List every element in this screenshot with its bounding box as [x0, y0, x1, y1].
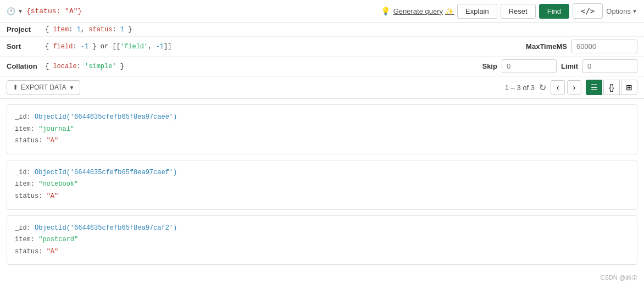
project-label: Project — [7, 25, 45, 34]
view-buttons: ☰ {} ⊞ — [586, 80, 637, 95]
project-value: { item: 1, status: 1 } — [45, 26, 637, 34]
next-button[interactable]: › — [567, 80, 581, 95]
doc1-status-field: status: "A" — [15, 135, 629, 147]
prev-button[interactable]: ‹ — [551, 80, 565, 95]
options-button[interactable]: Options ▼ — [606, 7, 637, 15]
document-card: _id: ObjectId('6644635cfefb65f8ea97caf2'… — [7, 215, 637, 265]
doc3-item-field: item: "postcard" — [15, 234, 629, 246]
collation-label: Collation — [7, 62, 45, 70]
doc3-status-field: status: "A" — [15, 246, 629, 258]
options-dropdown-icon: ▼ — [632, 8, 637, 14]
query-fields: Project { item: 1, status: 1 } Sort { fi… — [0, 23, 644, 76]
filter-query-display: {status: "A"} — [26, 7, 82, 15]
results-container: _id: ObjectId('6644635cfefb65f8ea97caee'… — [0, 104, 644, 265]
limit-input[interactable] — [582, 59, 637, 73]
export-data-button[interactable]: ⬆ EXPORT DATA ▼ — [7, 80, 80, 95]
options-label: Options — [606, 7, 631, 15]
export-icon: ⬆ — [13, 84, 18, 91]
skip-limit-controls: Skip Limit — [482, 59, 637, 73]
document-card: _id: ObjectId('6644635cfefb65f8ea97caef'… — [7, 160, 637, 210]
skip-label: Skip — [482, 62, 497, 70]
maxtimems-input[interactable] — [571, 40, 637, 53]
collation-skip-row: Collation { locale: 'simple' } Skip Limi… — [0, 57, 644, 76]
project-row: Project { item: 1, status: 1 } — [0, 23, 644, 37]
explain-button[interactable]: Explain — [457, 4, 497, 19]
results-info: 1 – 3 of 3 ↻ ‹ › ☰ {} ⊞ — [505, 80, 637, 95]
list-view-button[interactable]: ☰ — [586, 80, 602, 95]
export-dropdown-icon: ▼ — [69, 85, 74, 91]
clock-icon: 🕐 — [7, 7, 15, 15]
toolbar: 🕐 ▼ {status: "A"} 💡 Generate query ✨ Exp… — [0, 0, 644, 23]
table-view-button[interactable]: ⊞ — [621, 80, 637, 95]
generate-query-button[interactable]: Generate query ✨ — [393, 7, 454, 15]
maxtimems-label: MaxTimeMS — [526, 42, 567, 51]
bulb-icon: 💡 — [381, 7, 390, 15]
nav-buttons: ‹ › — [551, 80, 581, 95]
collation-value: { locale: 'simple' } — [45, 63, 482, 70]
filter-section: 🕐 ▼ {status: "A"} — [7, 7, 376, 15]
export-label: EXPORT DATA — [21, 84, 66, 91]
doc3-id-field: _id: ObjectId('6644635cfefb65f8ea97caf2'… — [15, 223, 629, 235]
doc1-item-field: item: "journal" — [15, 124, 629, 136]
doc2-status-field: status: "A" — [15, 191, 629, 203]
reset-button[interactable]: Reset — [501, 4, 536, 19]
clock-dropdown-icon: ▼ — [18, 8, 23, 14]
watermark: CSDN @易尘 — [0, 270, 644, 285]
limit-label: Limit — [561, 62, 578, 70]
skip-input[interactable] — [502, 59, 557, 73]
doc1-id-field: _id: ObjectId('6644635cfefb65f8ea97caee'… — [15, 112, 629, 124]
json-view-button[interactable]: {} — [603, 80, 620, 95]
refresh-button[interactable]: ↻ — [539, 82, 546, 93]
sort-value: { field: -1 } or [['field', -1]] — [45, 43, 526, 51]
find-button[interactable]: Find — [539, 4, 569, 19]
results-count: 1 – 3 of 3 — [505, 84, 535, 92]
code-view-button[interactable]: </> — [573, 3, 603, 19]
maxtimems-controls: MaxTimeMS — [526, 40, 637, 53]
toolbar-right: 💡 Generate query ✨ Explain Reset Find </… — [381, 3, 637, 19]
history-button[interactable]: 🕐 ▼ — [7, 7, 23, 15]
sort-label: Sort — [7, 42, 45, 51]
generate-query-label: Generate query — [393, 7, 443, 15]
results-bar: ⬆ EXPORT DATA ▼ 1 – 3 of 3 ↻ ‹ › ☰ {} ⊞ — [0, 76, 644, 99]
document-card: _id: ObjectId('6644635cfefb65f8ea97caee'… — [7, 104, 637, 154]
doc2-id-field: _id: ObjectId('6644635cfefb65f8ea97caef'… — [15, 167, 629, 179]
sparkle-icon: ✨ — [445, 7, 454, 15]
sort-maxtimems-row: Sort { field: -1 } or [['field', -1]] Ma… — [0, 37, 644, 57]
doc2-item-field: item: "notebook" — [15, 179, 629, 191]
